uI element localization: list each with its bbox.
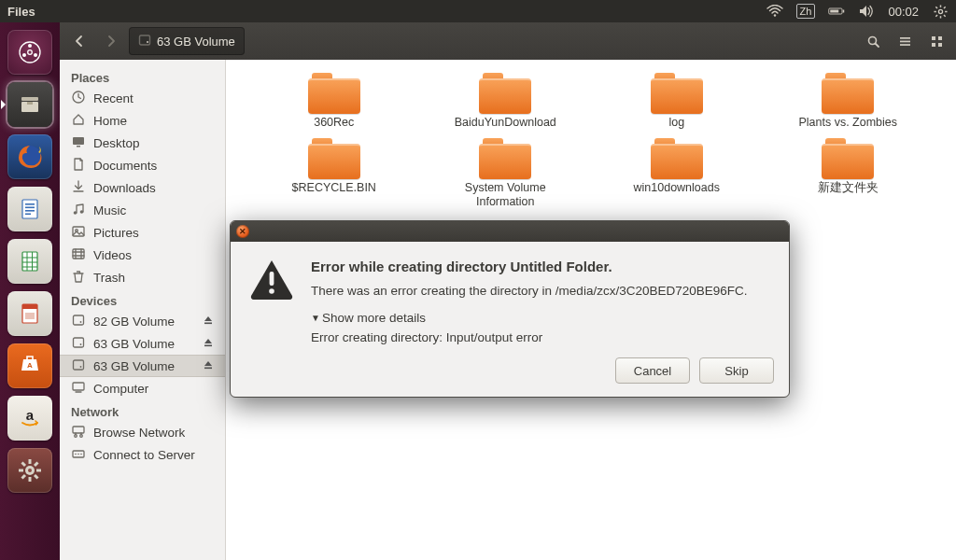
clock[interactable]: 00:02 — [888, 5, 919, 19]
svg-rect-64 — [73, 227, 84, 236]
svg-rect-53 — [900, 40, 910, 42]
folder-item[interactable]: Plants vs. Zombies — [763, 73, 935, 131]
svg-point-15 — [34, 53, 37, 57]
folder-label: System Volume Information — [435, 181, 575, 210]
connect-icon — [71, 446, 86, 464]
grid-button[interactable] — [922, 27, 950, 55]
eject-icon[interactable] — [203, 337, 214, 351]
details-toggle[interactable]: ▼Show more details — [311, 311, 747, 325]
svg-point-63 — [80, 210, 84, 214]
input-method-indicator[interactable]: Zh — [796, 4, 816, 19]
folder-item[interactable]: BaiduYunDownload — [420, 73, 592, 131]
location-segment[interactable]: 63 GB Volume — [129, 27, 245, 55]
launcher-files[interactable] — [6, 80, 54, 129]
eject-icon[interactable] — [203, 315, 214, 329]
svg-rect-84 — [270, 272, 274, 286]
folder-icon — [308, 138, 360, 179]
sidebar-device-82-gb-volume[interactable]: 82 GB Volume — [60, 310, 225, 332]
launcher-calc[interactable] — [6, 237, 54, 286]
sidebar-device-63-gb-volume[interactable]: 63 GB Volume — [60, 355, 225, 377]
launcher-firefox[interactable] — [6, 133, 54, 181]
launcher-impress[interactable] — [6, 289, 54, 338]
launcher-settings[interactable] — [6, 446, 54, 495]
folder-item[interactable]: 新建文件夹 — [763, 138, 935, 210]
sidebar-device-63-gb-volume[interactable]: 63 GB Volume — [60, 332, 225, 355]
sidebar-place-desktop[interactable]: Desktop — [60, 132, 225, 154]
gear-icon[interactable] — [932, 3, 949, 20]
folder-icon — [651, 73, 703, 114]
network-heading: Network — [60, 399, 225, 421]
folder-item[interactable]: 360Rec — [248, 73, 420, 131]
svg-rect-70 — [74, 338, 84, 347]
sidebar-item-label: Browse Network — [93, 426, 185, 440]
svg-rect-35 — [25, 313, 35, 319]
folder-item[interactable]: System Volume Information — [420, 138, 592, 210]
folder-label: BaiduYunDownload — [455, 116, 556, 131]
svg-point-14 — [28, 44, 32, 48]
sidebar-place-pictures[interactable]: Pictures — [60, 221, 225, 244]
svg-rect-72 — [204, 344, 212, 346]
svg-line-45 — [35, 463, 38, 467]
launcher-software[interactable]: A — [6, 342, 54, 390]
hdd-icon — [138, 34, 151, 49]
svg-rect-25 — [25, 210, 35, 212]
sidebar: Places RecentHomeDesktopDocumentsDownloa… — [60, 60, 226, 560]
dialog-titlebar[interactable]: ✕ — [231, 221, 789, 242]
launcher-amazon[interactable]: a — [6, 394, 54, 442]
sidebar-device-computer[interactable]: Computer — [60, 377, 225, 399]
sidebar-place-music[interactable]: Music — [60, 199, 225, 221]
sidebar-place-videos[interactable]: Videos — [60, 244, 225, 266]
svg-line-51 — [875, 43, 879, 47]
skip-button[interactable]: Skip — [699, 357, 774, 384]
search-button[interactable] — [859, 27, 887, 55]
sidebar-item-label: Connect to Server — [93, 448, 195, 462]
eject-icon[interactable] — [203, 359, 214, 373]
sidebar-item-label: 63 GB Volume — [93, 359, 175, 373]
sidebar-item-label: Computer — [93, 382, 148, 396]
cancel-button[interactable]: Cancel — [615, 357, 690, 384]
svg-point-62 — [74, 211, 77, 215]
svg-line-9 — [935, 7, 937, 8]
volume-icon[interactable] — [858, 3, 875, 20]
forward-button[interactable] — [97, 27, 125, 55]
svg-point-85 — [269, 288, 274, 294]
sidebar-place-home[interactable]: Home — [60, 109, 225, 132]
sidebar-place-recent[interactable]: Recent — [60, 87, 225, 109]
launcher-dash[interactable] — [6, 28, 54, 77]
folder-item[interactable]: log — [591, 73, 763, 131]
wifi-icon[interactable] — [766, 3, 783, 20]
warning-icon — [249, 259, 294, 344]
launcher-writer[interactable] — [6, 185, 54, 233]
svg-rect-77 — [73, 427, 84, 433]
dialog-message: There was an error creating the director… — [311, 284, 747, 298]
sidebar-network-browse-network[interactable]: Browse Network — [60, 421, 225, 443]
folder-item[interactable]: $RECYCLE.BIN — [248, 138, 420, 210]
hdd-icon — [71, 335, 86, 353]
svg-rect-76 — [73, 383, 84, 390]
view-options-button[interactable] — [891, 27, 919, 55]
top-menubar: Files Zh 00:02 — [0, 0, 956, 22]
sidebar-place-documents[interactable]: Documents — [60, 154, 225, 176]
folder-item[interactable]: win10downloads — [591, 138, 763, 210]
folder-label: log — [668, 116, 684, 131]
sidebar-place-trash[interactable]: Trash — [60, 266, 225, 288]
sidebar-item-label: Desktop — [93, 136, 140, 150]
back-button[interactable] — [65, 27, 93, 55]
svg-line-10 — [943, 14, 945, 16]
svg-point-81 — [75, 453, 77, 455]
svg-point-17 — [28, 50, 33, 55]
battery-icon[interactable] — [828, 3, 845, 20]
download-icon — [71, 179, 86, 197]
sidebar-network-connect-to-server[interactable]: Connect to Server — [60, 443, 225, 466]
svg-rect-67 — [74, 315, 84, 325]
close-icon[interactable]: ✕ — [236, 225, 249, 238]
sidebar-item-label: Trash — [93, 271, 125, 285]
network-icon — [71, 424, 86, 441]
svg-text:a: a — [26, 407, 35, 423]
sidebar-place-downloads[interactable]: Downloads — [60, 176, 225, 199]
sidebar-item-label: 63 GB Volume — [93, 337, 175, 351]
folder-label: win10downloads — [634, 181, 720, 196]
sidebar-item-label: Documents — [93, 159, 157, 173]
svg-line-46 — [22, 475, 26, 479]
svg-rect-66 — [73, 249, 84, 259]
